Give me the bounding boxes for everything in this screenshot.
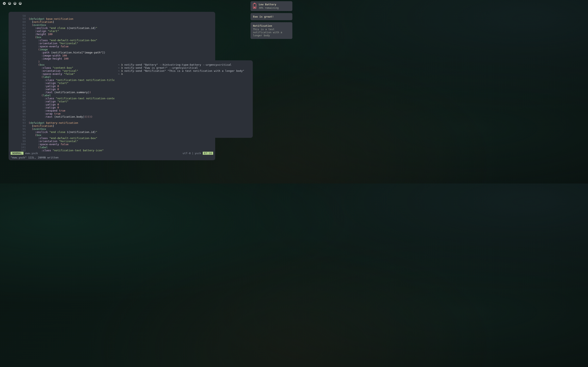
statusbar-filetype: yuck bbox=[195, 152, 201, 155]
notification-body: This is a test notification with a longe… bbox=[253, 28, 290, 37]
notification-card[interactable]: Eww is great! bbox=[251, 13, 292, 20]
workspace-indicators bbox=[3, 2, 22, 5]
notification-title: Eww is great! bbox=[253, 15, 290, 18]
statusbar-filename: eww.yuck bbox=[25, 152, 38, 155]
workspace-dot-3[interactable] bbox=[13, 2, 16, 5]
vim-mode: NORMAL bbox=[11, 152, 24, 155]
line-number-gutter: 5859606162636465666768697071727374757677… bbox=[9, 14, 27, 152]
notification-stack: Low Battery 30% remainingEww is great!No… bbox=[251, 1, 292, 39]
notification-body: 30% remaining bbox=[259, 6, 279, 9]
workspace-dot-2[interactable] bbox=[8, 2, 11, 5]
battery-icon bbox=[253, 3, 256, 9]
statusbar: NORMAL eww.yuck utf-8 | yuck 87:16 bbox=[9, 151, 215, 155]
notification-card[interactable]: Low Battery 30% remaining bbox=[251, 1, 292, 11]
statusbar-position: 87:16 bbox=[203, 152, 213, 155]
workspace-dot-1[interactable] bbox=[3, 2, 6, 5]
vim-message-line: "eww.yuck" 122L, 2809B written bbox=[11, 156, 59, 159]
notification-title: Notification bbox=[253, 24, 290, 27]
workspace-dot-4[interactable] bbox=[19, 2, 22, 5]
statusbar-encoding: utf-8 bbox=[183, 152, 191, 155]
notification-title: Low Battery bbox=[259, 3, 279, 6]
notification-card[interactable]: NotificationThis is a test notification … bbox=[251, 22, 292, 39]
terminal-window[interactable]: ~ λ notify-send "Battery" --hint=string:… bbox=[114, 60, 253, 138]
